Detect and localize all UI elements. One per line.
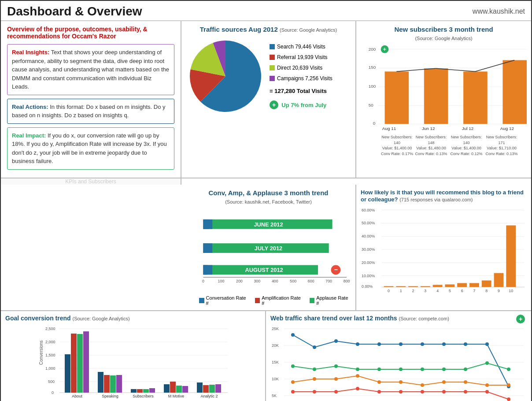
svg-point-142 bbox=[334, 364, 338, 368]
svg-rect-64 bbox=[469, 283, 479, 287]
traffic-title: Traffic sources Aug 2012 (Source: Google… bbox=[186, 26, 351, 33]
svg-text:20K: 20K bbox=[272, 343, 279, 348]
svg-point-149 bbox=[485, 361, 489, 365]
svg-point-130 bbox=[313, 345, 316, 349]
svg-rect-105 bbox=[170, 382, 176, 393]
real-insights-label: Real Insights: bbox=[12, 49, 49, 56]
real-actions-label: Real Actions: bbox=[12, 104, 48, 110]
svg-text:700: 700 bbox=[325, 279, 332, 283]
svg-point-137 bbox=[464, 342, 467, 346]
subscribers-source: (Source: Google Analytics) bbox=[361, 36, 527, 41]
goal-chart: Conversions 2,500 2,000 1,500 1,000 500 … bbox=[5, 323, 261, 401]
svg-rect-104 bbox=[164, 384, 170, 393]
svg-text:Analytic 2: Analytic 2 bbox=[200, 394, 218, 398]
legend-conv: Conversation Rate # bbox=[199, 295, 249, 306]
svg-text:0: 0 bbox=[373, 121, 376, 126]
subscribers-panel: New subscribers 3 month trend (Source: G… bbox=[356, 21, 531, 178]
bar-jun12 bbox=[424, 68, 448, 124]
web-traffic-panel: Web traffic share trend over last 12 mon… bbox=[266, 311, 531, 401]
svg-text:30.00%: 30.00% bbox=[362, 247, 375, 252]
svg-rect-108 bbox=[197, 382, 203, 393]
svg-text:Aug 12: Aug 12 bbox=[500, 126, 514, 131]
conv-amp-panel: Conv, Amp, & Applause 3 month trend (Sou… bbox=[181, 185, 356, 310]
svg-rect-99 bbox=[116, 375, 122, 393]
svg-text:JUNE 2012: JUNE 2012 bbox=[254, 221, 283, 227]
search-dot bbox=[270, 44, 275, 49]
svg-text:5K: 5K bbox=[272, 394, 277, 398]
svg-rect-103 bbox=[149, 388, 155, 393]
svg-text:2,500: 2,500 bbox=[45, 327, 55, 331]
svg-point-163 bbox=[313, 390, 316, 394]
svg-text:+: + bbox=[383, 46, 387, 52]
svg-text:M Motive: M Motive bbox=[168, 394, 185, 398]
bar-jul12 bbox=[463, 71, 488, 124]
svg-point-154 bbox=[356, 374, 359, 378]
goal-content: Conversions 2,500 2,000 1,500 1,000 500 … bbox=[5, 323, 261, 401]
svg-text:20.00%: 20.00% bbox=[362, 260, 375, 265]
svg-rect-29 bbox=[203, 265, 212, 275]
subscribers-title: New subscribers 3 month trend bbox=[361, 26, 527, 33]
legend-applause: Applause Rate # bbox=[310, 295, 351, 306]
svg-rect-98 bbox=[110, 375, 116, 393]
conv-amp-chart: JUNE 2012 JULY 2012 AUGUST 2012 bbox=[186, 208, 351, 306]
conv-amp-svg: JUNE 2012 JULY 2012 AUGUST 2012 bbox=[186, 208, 351, 292]
svg-text:100: 100 bbox=[218, 279, 225, 283]
svg-point-150 bbox=[507, 368, 510, 371]
svg-point-165 bbox=[356, 387, 359, 390]
goal-title: Goal conversion trend (Source: Google An… bbox=[5, 315, 261, 322]
real-actions-box: Real Actions: In this format: Do x based… bbox=[7, 99, 174, 124]
svg-text:About: About bbox=[72, 394, 82, 398]
svg-point-136 bbox=[442, 342, 446, 346]
svg-point-166 bbox=[377, 390, 381, 394]
svg-point-146 bbox=[421, 368, 424, 371]
svg-point-131 bbox=[334, 339, 338, 343]
svg-rect-96 bbox=[98, 372, 103, 393]
svg-point-169 bbox=[442, 390, 446, 394]
site-url: www.kaushik.net bbox=[473, 7, 525, 15]
svg-point-132 bbox=[356, 342, 359, 346]
web-up-icon: + bbox=[516, 315, 525, 323]
svg-point-145 bbox=[399, 368, 403, 371]
svg-point-135 bbox=[421, 342, 424, 346]
svg-point-133 bbox=[377, 342, 381, 346]
svg-rect-57 bbox=[384, 286, 394, 287]
svg-text:1: 1 bbox=[400, 289, 402, 293]
svg-rect-66 bbox=[494, 273, 504, 287]
insights-subtitle: Overview of the purpose, outcomes, usabi… bbox=[7, 26, 174, 40]
subscribers-chart: 200 150 100 50 0 bbox=[361, 44, 527, 156]
svg-text:Speaking: Speaking bbox=[102, 394, 118, 398]
svg-rect-60 bbox=[421, 286, 430, 287]
svg-rect-111 bbox=[215, 384, 221, 393]
nps-chart: 60.00% 50.00% 40.00% 30.00% 20.00% 10.00… bbox=[361, 204, 527, 299]
web-traffic-chart: 25K 20K 15K 10K 5K 0K bbox=[270, 323, 527, 401]
svg-rect-61 bbox=[433, 285, 443, 287]
svg-text:AUGUST 2012: AUGUST 2012 bbox=[245, 267, 283, 273]
nps-panel: How likely is it that you will recommend… bbox=[356, 185, 531, 310]
svg-text:8: 8 bbox=[485, 289, 488, 293]
legend-amp: Amplification Rate # bbox=[255, 295, 303, 306]
svg-point-159 bbox=[464, 380, 467, 384]
legend-direct: Direct 20,639 Visits bbox=[270, 63, 332, 73]
campaigns-dot bbox=[270, 76, 275, 81]
insights-panel: Overview of the purpose, outcomes, usabi… bbox=[1, 21, 181, 178]
svg-point-162 bbox=[291, 390, 295, 394]
svg-point-171 bbox=[485, 390, 489, 394]
svg-rect-67 bbox=[506, 226, 516, 287]
svg-rect-109 bbox=[203, 385, 209, 393]
svg-rect-94 bbox=[77, 334, 83, 393]
svg-text:25K: 25K bbox=[272, 327, 279, 331]
svg-text:800: 800 bbox=[344, 279, 350, 283]
svg-text:2: 2 bbox=[412, 289, 414, 293]
traffic-legend: Search 79,446 Visits Referral 19,939 Vis… bbox=[270, 41, 332, 111]
svg-text:7: 7 bbox=[473, 289, 475, 293]
svg-text:60.00%: 60.00% bbox=[362, 208, 375, 212]
svg-point-153 bbox=[334, 377, 338, 381]
svg-point-160 bbox=[485, 383, 489, 387]
traffic-content: Search 79,446 Visits Referral 19,939 Vis… bbox=[186, 37, 351, 116]
svg-text:0: 0 bbox=[388, 289, 390, 293]
svg-rect-62 bbox=[445, 285, 454, 287]
svg-text:Jul 12: Jul 12 bbox=[462, 126, 474, 131]
conv-amp-title: Conv, Amp, & Applause 3 month trend bbox=[186, 189, 351, 197]
bar-labels: New Subscribers: 140 Value: $1,400.00 Co… bbox=[361, 134, 527, 156]
svg-point-148 bbox=[464, 368, 467, 371]
